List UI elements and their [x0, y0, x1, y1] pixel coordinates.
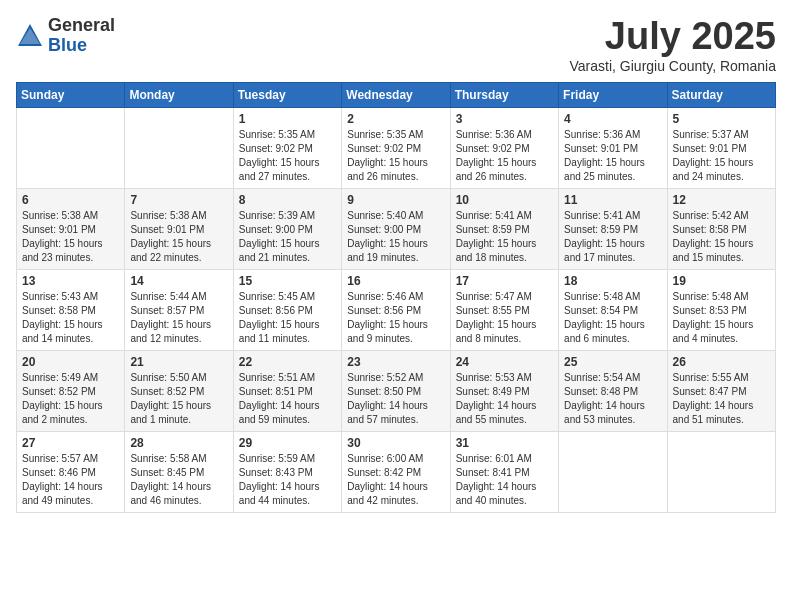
- day-info: Sunrise: 5:54 AM Sunset: 8:48 PM Dayligh…: [564, 371, 661, 427]
- logo: General Blue: [16, 16, 115, 56]
- day-number: 10: [456, 193, 553, 207]
- day-number: 27: [22, 436, 119, 450]
- day-info: Sunrise: 5:46 AM Sunset: 8:56 PM Dayligh…: [347, 290, 444, 346]
- day-info: Sunrise: 5:48 AM Sunset: 8:54 PM Dayligh…: [564, 290, 661, 346]
- day-number: 8: [239, 193, 336, 207]
- day-info: Sunrise: 5:38 AM Sunset: 9:01 PM Dayligh…: [130, 209, 227, 265]
- calendar-cell: 18Sunrise: 5:48 AM Sunset: 8:54 PM Dayli…: [559, 269, 667, 350]
- calendar-cell: 12Sunrise: 5:42 AM Sunset: 8:58 PM Dayli…: [667, 188, 775, 269]
- logo-general: General: [48, 16, 115, 36]
- day-info: Sunrise: 5:57 AM Sunset: 8:46 PM Dayligh…: [22, 452, 119, 508]
- day-number: 28: [130, 436, 227, 450]
- calendar-header-row: SundayMondayTuesdayWednesdayThursdayFrid…: [17, 82, 776, 107]
- day-info: Sunrise: 5:36 AM Sunset: 9:01 PM Dayligh…: [564, 128, 661, 184]
- calendar-cell: 15Sunrise: 5:45 AM Sunset: 8:56 PM Dayli…: [233, 269, 341, 350]
- day-number: 17: [456, 274, 553, 288]
- day-info: Sunrise: 6:01 AM Sunset: 8:41 PM Dayligh…: [456, 452, 553, 508]
- calendar-cell: 23Sunrise: 5:52 AM Sunset: 8:50 PM Dayli…: [342, 350, 450, 431]
- calendar-week-row: 27Sunrise: 5:57 AM Sunset: 8:46 PM Dayli…: [17, 431, 776, 512]
- calendar-cell: 9Sunrise: 5:40 AM Sunset: 9:00 PM Daylig…: [342, 188, 450, 269]
- day-number: 14: [130, 274, 227, 288]
- day-number: 31: [456, 436, 553, 450]
- logo-blue: Blue: [48, 36, 115, 56]
- calendar-cell: 6Sunrise: 5:38 AM Sunset: 9:01 PM Daylig…: [17, 188, 125, 269]
- day-info: Sunrise: 5:41 AM Sunset: 8:59 PM Dayligh…: [564, 209, 661, 265]
- calendar-cell: [17, 107, 125, 188]
- calendar-cell: [667, 431, 775, 512]
- calendar-cell: 14Sunrise: 5:44 AM Sunset: 8:57 PM Dayli…: [125, 269, 233, 350]
- calendar-cell: 26Sunrise: 5:55 AM Sunset: 8:47 PM Dayli…: [667, 350, 775, 431]
- day-number: 23: [347, 355, 444, 369]
- logo-icon: [16, 22, 44, 50]
- calendar-cell: 16Sunrise: 5:46 AM Sunset: 8:56 PM Dayli…: [342, 269, 450, 350]
- calendar-cell: 27Sunrise: 5:57 AM Sunset: 8:46 PM Dayli…: [17, 431, 125, 512]
- day-number: 16: [347, 274, 444, 288]
- calendar-week-row: 20Sunrise: 5:49 AM Sunset: 8:52 PM Dayli…: [17, 350, 776, 431]
- calendar-week-row: 13Sunrise: 5:43 AM Sunset: 8:58 PM Dayli…: [17, 269, 776, 350]
- calendar-cell: 3Sunrise: 5:36 AM Sunset: 9:02 PM Daylig…: [450, 107, 558, 188]
- page-header: General Blue July 2025 Varasti, Giurgiu …: [16, 16, 776, 74]
- calendar-cell: 17Sunrise: 5:47 AM Sunset: 8:55 PM Dayli…: [450, 269, 558, 350]
- calendar-cell: 25Sunrise: 5:54 AM Sunset: 8:48 PM Dayli…: [559, 350, 667, 431]
- svg-marker-1: [20, 28, 40, 44]
- calendar-table: SundayMondayTuesdayWednesdayThursdayFrid…: [16, 82, 776, 513]
- day-number: 22: [239, 355, 336, 369]
- calendar-cell: 20Sunrise: 5:49 AM Sunset: 8:52 PM Dayli…: [17, 350, 125, 431]
- calendar-cell: 7Sunrise: 5:38 AM Sunset: 9:01 PM Daylig…: [125, 188, 233, 269]
- day-info: Sunrise: 5:35 AM Sunset: 9:02 PM Dayligh…: [239, 128, 336, 184]
- weekday-header: Thursday: [450, 82, 558, 107]
- day-number: 18: [564, 274, 661, 288]
- weekday-header: Wednesday: [342, 82, 450, 107]
- calendar-cell: 24Sunrise: 5:53 AM Sunset: 8:49 PM Dayli…: [450, 350, 558, 431]
- location-title: Varasti, Giurgiu County, Romania: [570, 58, 776, 74]
- day-info: Sunrise: 5:50 AM Sunset: 8:52 PM Dayligh…: [130, 371, 227, 427]
- calendar-cell: 1Sunrise: 5:35 AM Sunset: 9:02 PM Daylig…: [233, 107, 341, 188]
- calendar-cell: 2Sunrise: 5:35 AM Sunset: 9:02 PM Daylig…: [342, 107, 450, 188]
- day-info: Sunrise: 5:45 AM Sunset: 8:56 PM Dayligh…: [239, 290, 336, 346]
- weekday-header: Monday: [125, 82, 233, 107]
- day-number: 24: [456, 355, 553, 369]
- day-number: 26: [673, 355, 770, 369]
- calendar-cell: [125, 107, 233, 188]
- day-info: Sunrise: 5:52 AM Sunset: 8:50 PM Dayligh…: [347, 371, 444, 427]
- calendar-cell: 19Sunrise: 5:48 AM Sunset: 8:53 PM Dayli…: [667, 269, 775, 350]
- day-info: Sunrise: 5:43 AM Sunset: 8:58 PM Dayligh…: [22, 290, 119, 346]
- day-info: Sunrise: 5:37 AM Sunset: 9:01 PM Dayligh…: [673, 128, 770, 184]
- day-info: Sunrise: 5:38 AM Sunset: 9:01 PM Dayligh…: [22, 209, 119, 265]
- day-number: 5: [673, 112, 770, 126]
- calendar-cell: 5Sunrise: 5:37 AM Sunset: 9:01 PM Daylig…: [667, 107, 775, 188]
- month-title: July 2025: [570, 16, 776, 58]
- day-number: 2: [347, 112, 444, 126]
- weekday-header: Tuesday: [233, 82, 341, 107]
- day-number: 9: [347, 193, 444, 207]
- logo-text: General Blue: [48, 16, 115, 56]
- calendar-cell: 11Sunrise: 5:41 AM Sunset: 8:59 PM Dayli…: [559, 188, 667, 269]
- day-number: 11: [564, 193, 661, 207]
- calendar-cell: [559, 431, 667, 512]
- title-area: July 2025 Varasti, Giurgiu County, Roman…: [570, 16, 776, 74]
- day-info: Sunrise: 5:51 AM Sunset: 8:51 PM Dayligh…: [239, 371, 336, 427]
- day-number: 21: [130, 355, 227, 369]
- calendar-week-row: 6Sunrise: 5:38 AM Sunset: 9:01 PM Daylig…: [17, 188, 776, 269]
- day-info: Sunrise: 5:53 AM Sunset: 8:49 PM Dayligh…: [456, 371, 553, 427]
- calendar-cell: 13Sunrise: 5:43 AM Sunset: 8:58 PM Dayli…: [17, 269, 125, 350]
- day-number: 13: [22, 274, 119, 288]
- calendar-cell: 29Sunrise: 5:59 AM Sunset: 8:43 PM Dayli…: [233, 431, 341, 512]
- calendar-cell: 28Sunrise: 5:58 AM Sunset: 8:45 PM Dayli…: [125, 431, 233, 512]
- day-number: 29: [239, 436, 336, 450]
- day-info: Sunrise: 5:39 AM Sunset: 9:00 PM Dayligh…: [239, 209, 336, 265]
- day-number: 6: [22, 193, 119, 207]
- day-number: 12: [673, 193, 770, 207]
- day-number: 3: [456, 112, 553, 126]
- day-number: 7: [130, 193, 227, 207]
- day-info: Sunrise: 5:59 AM Sunset: 8:43 PM Dayligh…: [239, 452, 336, 508]
- day-info: Sunrise: 5:48 AM Sunset: 8:53 PM Dayligh…: [673, 290, 770, 346]
- day-info: Sunrise: 5:40 AM Sunset: 9:00 PM Dayligh…: [347, 209, 444, 265]
- day-number: 15: [239, 274, 336, 288]
- calendar-cell: 10Sunrise: 5:41 AM Sunset: 8:59 PM Dayli…: [450, 188, 558, 269]
- day-info: Sunrise: 5:42 AM Sunset: 8:58 PM Dayligh…: [673, 209, 770, 265]
- day-info: Sunrise: 5:47 AM Sunset: 8:55 PM Dayligh…: [456, 290, 553, 346]
- weekday-header: Friday: [559, 82, 667, 107]
- day-info: Sunrise: 5:49 AM Sunset: 8:52 PM Dayligh…: [22, 371, 119, 427]
- calendar-cell: 31Sunrise: 6:01 AM Sunset: 8:41 PM Dayli…: [450, 431, 558, 512]
